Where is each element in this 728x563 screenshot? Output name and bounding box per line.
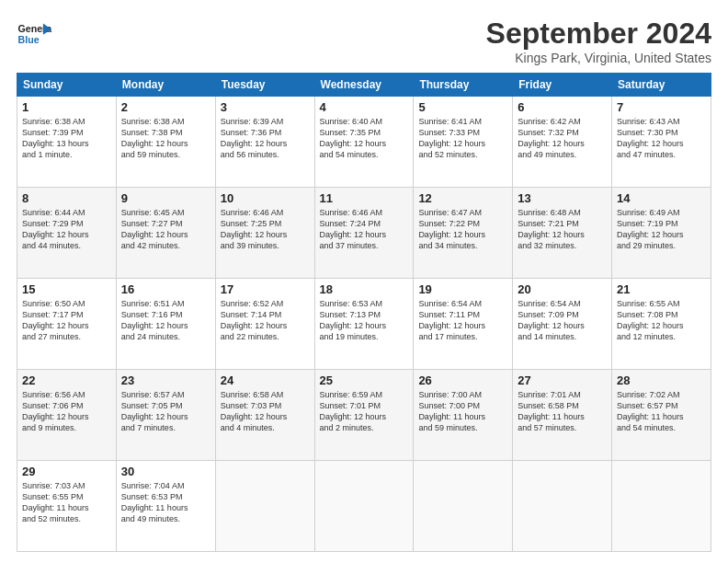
- svg-text:Blue: Blue: [18, 34, 40, 45]
- cell-content: Sunrise: 6:52 AMSunset: 7:14 PMDaylight:…: [221, 298, 310, 343]
- cell-content: Sunrise: 6:46 AMSunset: 7:24 PMDaylight:…: [320, 207, 409, 252]
- cell-content: Sunrise: 6:47 AMSunset: 7:22 PMDaylight:…: [418, 207, 507, 252]
- cell-content: Sunrise: 6:38 AMSunset: 7:39 PMDaylight:…: [22, 116, 111, 161]
- table-row: 18Sunrise: 6:53 AMSunset: 7:13 PMDayligh…: [314, 279, 414, 370]
- cell-content: Sunrise: 7:00 AMSunset: 7:00 PMDaylight:…: [418, 389, 507, 434]
- col-monday: Monday: [116, 74, 215, 97]
- title-block: September 2024 Kings Park, Virginia, Uni…: [486, 17, 711, 65]
- table-row: 30Sunrise: 7:04 AMSunset: 6:53 PMDayligh…: [116, 461, 215, 552]
- day-number: 10: [221, 191, 310, 205]
- calendar-week-row: 8Sunrise: 6:44 AMSunset: 7:29 PMDaylight…: [17, 188, 711, 279]
- cell-content: Sunrise: 6:42 AMSunset: 7:32 PMDaylight:…: [518, 116, 607, 161]
- cell-content: Sunrise: 6:44 AMSunset: 7:29 PMDaylight:…: [22, 207, 111, 252]
- table-row: 5Sunrise: 6:41 AMSunset: 7:33 PMDaylight…: [414, 97, 513, 188]
- day-number: 13: [518, 191, 607, 205]
- col-sunday: Sunday: [17, 74, 117, 97]
- day-number: 3: [221, 100, 310, 114]
- cell-content: Sunrise: 7:01 AMSunset: 6:58 PMDaylight:…: [518, 389, 607, 434]
- calendar-week-row: 22Sunrise: 6:56 AMSunset: 7:06 PMDayligh…: [17, 370, 711, 461]
- table-row: 11Sunrise: 6:46 AMSunset: 7:24 PMDayligh…: [314, 188, 414, 279]
- table-row: 25Sunrise: 6:59 AMSunset: 7:01 PMDayligh…: [314, 370, 414, 461]
- table-row: 6Sunrise: 6:42 AMSunset: 7:32 PMDaylight…: [513, 97, 612, 188]
- day-number: 2: [121, 100, 210, 114]
- table-row: 17Sunrise: 6:52 AMSunset: 7:14 PMDayligh…: [215, 279, 314, 370]
- table-row: 9Sunrise: 6:45 AMSunset: 7:27 PMDaylight…: [116, 188, 215, 279]
- table-row: 27Sunrise: 7:01 AMSunset: 6:58 PMDayligh…: [513, 370, 612, 461]
- cell-content: Sunrise: 6:45 AMSunset: 7:27 PMDaylight:…: [121, 207, 210, 252]
- day-number: 24: [221, 373, 310, 387]
- cell-content: Sunrise: 7:02 AMSunset: 6:57 PMDaylight:…: [617, 389, 706, 434]
- day-number: 17: [221, 282, 310, 296]
- day-number: 28: [617, 373, 706, 387]
- day-number: 7: [617, 100, 706, 114]
- day-number: 21: [617, 282, 706, 296]
- day-number: 16: [121, 282, 210, 296]
- location: Kings Park, Virginia, United States: [486, 51, 711, 65]
- col-tuesday: Tuesday: [215, 74, 314, 97]
- table-row: 10Sunrise: 6:46 AMSunset: 7:25 PMDayligh…: [215, 188, 314, 279]
- day-number: 18: [320, 282, 409, 296]
- day-number: 30: [121, 465, 210, 478]
- col-wednesday: Wednesday: [314, 74, 414, 97]
- table-row: [612, 461, 711, 552]
- table-row: [215, 461, 314, 552]
- logo: General Blue: [17, 17, 51, 52]
- cell-content: Sunrise: 6:58 AMSunset: 7:03 PMDaylight:…: [221, 389, 310, 434]
- table-row: 19Sunrise: 6:54 AMSunset: 7:11 PMDayligh…: [414, 279, 513, 370]
- day-number: 5: [418, 100, 507, 114]
- table-row: 28Sunrise: 7:02 AMSunset: 6:57 PMDayligh…: [612, 370, 711, 461]
- month-title: September 2024: [486, 17, 711, 51]
- table-row: 16Sunrise: 6:51 AMSunset: 7:16 PMDayligh…: [116, 279, 215, 370]
- table-row: 12Sunrise: 6:47 AMSunset: 7:22 PMDayligh…: [414, 188, 513, 279]
- table-row: 2Sunrise: 6:38 AMSunset: 7:38 PMDaylight…: [116, 97, 215, 188]
- table-row: 20Sunrise: 6:54 AMSunset: 7:09 PMDayligh…: [513, 279, 612, 370]
- table-row: 4Sunrise: 6:40 AMSunset: 7:35 PMDaylight…: [314, 97, 414, 188]
- calendar-week-row: 15Sunrise: 6:50 AMSunset: 7:17 PMDayligh…: [17, 279, 711, 370]
- table-row: [513, 461, 612, 552]
- table-row: 1Sunrise: 6:38 AMSunset: 7:39 PMDaylight…: [17, 97, 117, 188]
- table-row: 29Sunrise: 7:03 AMSunset: 6:55 PMDayligh…: [17, 461, 117, 552]
- table-row: 7Sunrise: 6:43 AMSunset: 7:30 PMDaylight…: [612, 97, 711, 188]
- cell-content: Sunrise: 7:04 AMSunset: 6:53 PMDaylight:…: [121, 480, 210, 525]
- header: General Blue September 2024 Kings Park, …: [17, 17, 711, 65]
- day-number: 15: [22, 282, 111, 296]
- day-number: 19: [418, 282, 507, 296]
- calendar-page: General Blue September 2024 Kings Park, …: [0, 0, 728, 563]
- table-row: 8Sunrise: 6:44 AMSunset: 7:29 PMDaylight…: [17, 188, 117, 279]
- day-number: 20: [518, 282, 607, 296]
- table-row: 23Sunrise: 6:57 AMSunset: 7:05 PMDayligh…: [116, 370, 215, 461]
- cell-content: Sunrise: 6:54 AMSunset: 7:11 PMDaylight:…: [418, 298, 507, 343]
- day-number: 22: [22, 373, 111, 387]
- table-row: 13Sunrise: 6:48 AMSunset: 7:21 PMDayligh…: [513, 188, 612, 279]
- day-number: 4: [320, 100, 409, 114]
- cell-content: Sunrise: 6:51 AMSunset: 7:16 PMDaylight:…: [121, 298, 210, 343]
- day-number: 9: [121, 191, 210, 205]
- calendar-header-row: Sunday Monday Tuesday Wednesday Thursday…: [17, 74, 711, 97]
- cell-content: Sunrise: 6:39 AMSunset: 7:36 PMDaylight:…: [221, 116, 310, 161]
- day-number: 11: [320, 191, 409, 205]
- day-number: 8: [22, 191, 111, 205]
- calendar-week-row: 29Sunrise: 7:03 AMSunset: 6:55 PMDayligh…: [17, 461, 711, 552]
- day-number: 12: [418, 191, 507, 205]
- table-row: [414, 461, 513, 552]
- day-number: 14: [617, 191, 706, 205]
- cell-content: Sunrise: 6:57 AMSunset: 7:05 PMDaylight:…: [121, 389, 210, 434]
- day-number: 1: [22, 100, 111, 114]
- col-thursday: Thursday: [414, 74, 513, 97]
- col-friday: Friday: [513, 74, 612, 97]
- cell-content: Sunrise: 6:43 AMSunset: 7:30 PMDaylight:…: [617, 116, 706, 161]
- cell-content: Sunrise: 6:46 AMSunset: 7:25 PMDaylight:…: [221, 207, 310, 252]
- logo-icon: General Blue: [17, 17, 51, 52]
- day-number: 25: [320, 373, 409, 387]
- col-saturday: Saturday: [612, 74, 711, 97]
- table-row: 26Sunrise: 7:00 AMSunset: 7:00 PMDayligh…: [414, 370, 513, 461]
- day-number: 6: [518, 100, 607, 114]
- cell-content: Sunrise: 6:49 AMSunset: 7:19 PMDaylight:…: [617, 207, 706, 252]
- day-number: 26: [418, 373, 507, 387]
- cell-content: Sunrise: 6:40 AMSunset: 7:35 PMDaylight:…: [320, 116, 409, 161]
- cell-content: Sunrise: 6:53 AMSunset: 7:13 PMDaylight:…: [320, 298, 409, 343]
- table-row: [314, 461, 414, 552]
- table-row: 22Sunrise: 6:56 AMSunset: 7:06 PMDayligh…: [17, 370, 117, 461]
- cell-content: Sunrise: 6:48 AMSunset: 7:21 PMDaylight:…: [518, 207, 607, 252]
- day-number: 23: [121, 373, 210, 387]
